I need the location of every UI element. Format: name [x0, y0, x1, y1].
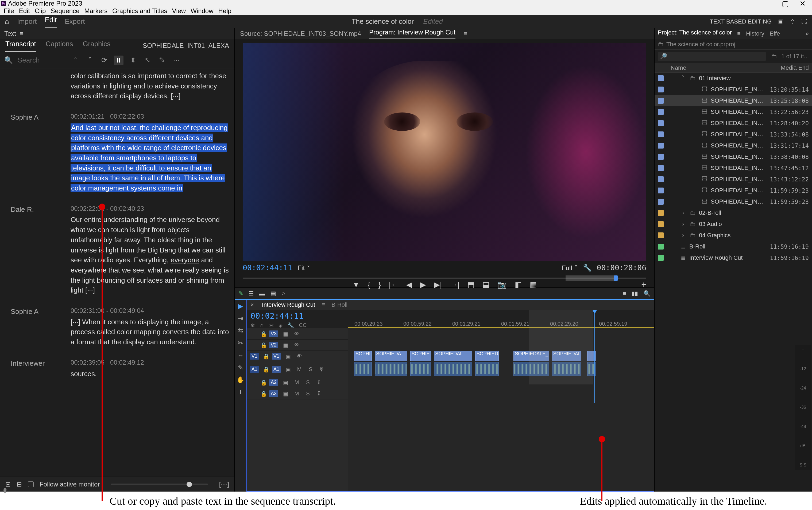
panel-menu-icon-2[interactable]: ≡ [737, 30, 741, 37]
tab-graphics[interactable]: Graphics [83, 40, 110, 52]
linked-sel-icon[interactable]: ⫘ [268, 322, 274, 329]
menu-view[interactable]: View [172, 7, 186, 15]
follow-checkbox[interactable] [28, 481, 34, 487]
menu-sequence[interactable]: Sequence [51, 7, 79, 15]
creative-cloud-icon[interactable]: ◉ [1, 486, 8, 494]
timeline-tracks[interactable]: SOPHISOPHIEDASOPHIESOPHIEDALSOPHIEDASOPH… [348, 328, 654, 491]
tab-captions[interactable]: Captions [46, 40, 73, 52]
full-dropdown[interactable]: Full ˅ [562, 264, 578, 272]
meter-icon[interactable]: ▮▮ [632, 290, 638, 297]
menu-edit[interactable]: Edit [19, 7, 30, 15]
video-clip[interactable]: SOPHIEDALE_ [514, 351, 549, 361]
seq-close-icon[interactable]: × [251, 301, 254, 308]
program-menu-icon[interactable]: ≡ [463, 30, 467, 37]
options-icon[interactable]: [⋯] [219, 481, 229, 488]
seg2u[interactable]: everyone [171, 256, 199, 264]
rect-icon[interactable]: ▬ [259, 290, 265, 297]
merge-icon[interactable]: ⇕ [128, 56, 138, 65]
ws-edit[interactable]: Edit [45, 16, 57, 28]
seg3-text[interactable]: [···] When it comes to displaying the im… [70, 318, 229, 346]
new-bin-icon[interactable]: 🗀 [771, 53, 777, 60]
audio-clip[interactable] [410, 362, 431, 376]
home-icon[interactable]: ⌂ [5, 18, 9, 26]
lift-icon[interactable]: ⬒ [467, 280, 474, 289]
ripple-icon[interactable]: ⇆ [238, 327, 243, 334]
prev-match-icon[interactable]: ˄ [70, 56, 80, 65]
menu-markers[interactable]: Markers [84, 7, 108, 15]
hamburger-icon[interactable]: ≡ [623, 290, 626, 297]
selection-tool-icon[interactable]: ▶ [238, 302, 243, 310]
audio-meters[interactable]: ---12-24 -36-48dBS S [795, 344, 811, 470]
crumb-text[interactable]: The science of color.prproj [666, 41, 735, 48]
history-tab[interactable]: History [746, 30, 764, 37]
share-icon[interactable]: ⇧ [790, 18, 795, 25]
play-icon[interactable]: ▶ [420, 280, 426, 289]
audio-clip[interactable] [434, 362, 472, 376]
video-clip[interactable]: SOPHIEDA [375, 351, 407, 361]
col-name[interactable]: Name [671, 64, 686, 71]
seq-tab-2[interactable]: B-Roll [331, 301, 347, 308]
mark-in-icon[interactable]: { [368, 280, 370, 289]
project-item[interactable]: ›🗀04 Graphics [655, 230, 812, 241]
video-clip[interactable]: SOPHIE [410, 351, 431, 361]
more-icon[interactable]: ⋯ [172, 56, 181, 65]
project-item[interactable]: 🎞SOPHIEDALE_INT02_A13:28:40:20 [655, 118, 812, 129]
timeline-tc[interactable]: 00:02:44:11 [251, 311, 345, 321]
project-item[interactable]: ›🗀02-B-roll [655, 207, 812, 218]
project-search[interactable]: 🔎 [658, 52, 766, 61]
project-item[interactable]: 🎞SOPHIEDALE_INT01_S13:22:56:23 [655, 106, 812, 118]
video-clip[interactable]: SOPHIEDAL [434, 351, 472, 361]
project-item[interactable]: ˅🗀01 Interview [655, 73, 812, 84]
project-item[interactable]: 🎞SOPHIEDALE_INT02_S13:31:17:14 [655, 140, 812, 151]
seg4-text[interactable]: sources. [70, 370, 97, 378]
snap-icon[interactable]: ❄ [251, 322, 255, 329]
project-item[interactable]: ≣Interview Rough Cut11:59:16:19 [655, 252, 812, 263]
overflow-icon[interactable]: » [806, 30, 809, 37]
playhead[interactable] [594, 310, 595, 403]
circle-icon[interactable]: ○ [282, 290, 285, 297]
caption-new-icon[interactable]: ⊟ [17, 481, 22, 488]
project-item[interactable]: ≣B-Roll11:59:16:19 [655, 241, 812, 252]
pen-icon[interactable]: ✎ [238, 364, 243, 371]
comparison-icon[interactable]: ◧ [515, 280, 522, 289]
stack-icon[interactable]: ▤ [270, 290, 276, 297]
panel-menu-icon[interactable]: ≡ [20, 30, 24, 37]
tab-transcript[interactable]: Transcript [5, 40, 36, 52]
project-item[interactable]: 🎞SOPHIEDALE_INT01_A13:20:35:14 [655, 84, 812, 95]
type-icon[interactable]: T [239, 388, 243, 396]
zoom-slider[interactable] [111, 484, 208, 485]
magnet-icon[interactable]: ∩ [260, 322, 264, 329]
go-out-icon[interactable]: →| [450, 280, 459, 289]
program-monitor[interactable] [243, 43, 646, 261]
safe-margins-icon[interactable]: ▦ [530, 280, 537, 289]
razor-icon[interactable]: ✂ [238, 339, 243, 347]
seq-menu-icon[interactable]: ≡ [322, 301, 325, 308]
video-clip[interactable]: SOPHIEDAL [552, 351, 581, 361]
monitor-tc-left[interactable]: 00:02:44:11 [243, 263, 292, 272]
split-icon[interactable]: ⤡ [143, 56, 152, 65]
text-panel-tab[interactable]: Text [4, 30, 16, 37]
slip-icon[interactable]: ↔ [237, 352, 244, 359]
project-item[interactable]: ›🗀03 Audio [655, 218, 812, 230]
menu-window[interactable]: Window [191, 7, 213, 15]
project-item[interactable]: 🎞SOPHIEDALE_INT03_IP11:59:59:23 [655, 196, 812, 207]
step-back-icon[interactable]: ◀ [406, 280, 412, 289]
audio-clip[interactable] [514, 362, 549, 376]
project-tab[interactable]: Project: The science of color [658, 29, 732, 38]
track-select-icon[interactable]: ⇥ [238, 315, 243, 322]
project-item[interactable]: 🎞SOPHIEDALE_INT03_S13:43:12:22 [655, 174, 812, 185]
seg0-text[interactable]: color calibration is so important to cor… [70, 72, 226, 100]
source-tab[interactable]: Source: SOPHIEDALE_INT03_SONY.mp4 [240, 30, 361, 37]
search-icon-2[interactable]: 🔍 [643, 290, 650, 297]
menu-help[interactable]: Help [219, 7, 231, 15]
program-tab[interactable]: Program: Interview Rough Cut [369, 29, 456, 38]
fullscreen-icon[interactable]: ⛶ [801, 18, 807, 25]
pen-tool-icon[interactable]: ✎ [238, 290, 243, 297]
export-frame-icon[interactable]: 📷 [497, 280, 507, 289]
menu-clip[interactable]: Clip [35, 7, 46, 15]
ws-export[interactable]: Export [65, 18, 85, 26]
step-fwd-icon[interactable]: ▶| [434, 280, 442, 289]
cc-icon[interactable]: CC [299, 322, 307, 329]
video-clip[interactable]: SOPHIEDA [475, 351, 499, 361]
audio-clip[interactable] [354, 362, 372, 376]
